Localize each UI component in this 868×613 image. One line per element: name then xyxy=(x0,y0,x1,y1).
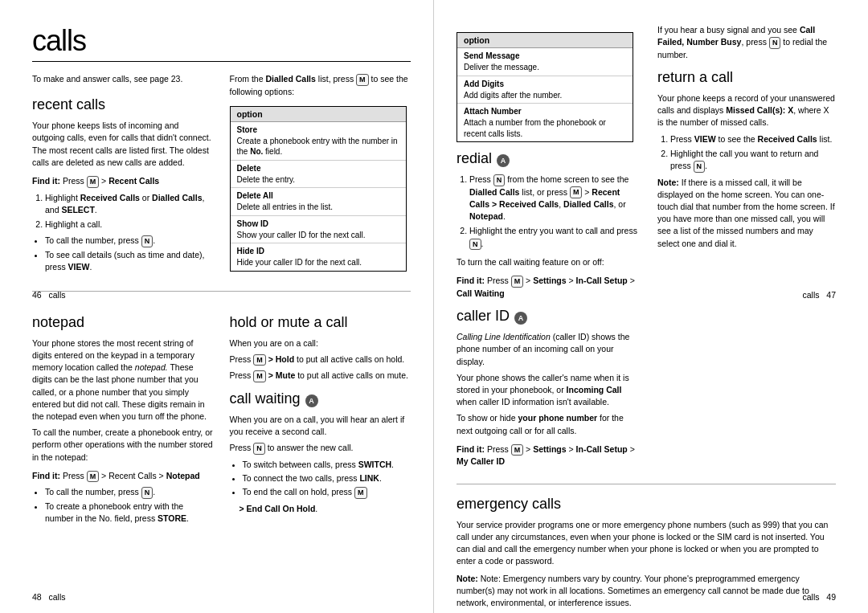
find-it-text: Press xyxy=(63,176,87,186)
busy-signal: If you hear a busy signal and you see Ca… xyxy=(657,24,836,61)
add-digits-title: Add Digits xyxy=(464,80,626,88)
notepad-bullets: To call the number, press N. To create a… xyxy=(45,486,214,525)
redial-step-1: Press N from the home screen to see the … xyxy=(469,174,641,223)
recent-calls-bullets: To call the number, press N. To see call… xyxy=(45,235,214,273)
page-number-48: 48 calls xyxy=(32,592,65,602)
recent-calls-steps: Highlight Received Calls or Dialled Call… xyxy=(45,192,214,231)
add-digits-desc: Add digits after the number. xyxy=(464,91,562,100)
option-table-right: option Send Message Deliver the message.… xyxy=(457,32,633,142)
bottom-two-col: notepad Your phone stores the most recen… xyxy=(32,303,411,529)
busy-key: N xyxy=(769,37,781,49)
page-spread: calls To make and answer calls, see page… xyxy=(0,0,868,613)
return-call-title: return a call xyxy=(657,69,836,86)
dialled-calls-col: From the Dialled Calls list, press M to … xyxy=(230,73,411,280)
option-table-right-header: option xyxy=(457,33,633,48)
store-desc: Create a phonebook entry with the number… xyxy=(237,137,398,157)
cid-italic: Calling Line Identification xyxy=(457,332,551,341)
redial-key-2: M xyxy=(570,186,583,198)
call-waiting-body: When you are on a call, you will hear an… xyxy=(230,414,411,438)
page-number-47: calls 47 xyxy=(803,290,836,300)
store-title: Store xyxy=(237,125,399,134)
option-attach-number: Attach Number Attach a number from the p… xyxy=(457,104,633,141)
option-row-show-id: Show ID Show your caller ID for the next… xyxy=(231,216,406,244)
hold-callwaiting-col: hold or mute a call When you are on a ca… xyxy=(230,303,411,529)
hold-mute-title: hold or mute a call xyxy=(230,314,411,331)
call-waiting-intro: To turn the call waiting feature on or o… xyxy=(457,256,641,268)
option-row-delete-all: Delete All Delete all entries in the lis… xyxy=(231,188,406,216)
menu-key-5: M xyxy=(253,370,266,382)
hold-item: Press M > Hold to put all active calls o… xyxy=(230,353,411,366)
caller-id-body3: To show or hide your phone number for th… xyxy=(457,412,641,436)
option-row-delete: Delete Delete the entry. xyxy=(231,161,406,189)
redial-steps: Press N from the home screen to see the … xyxy=(469,174,641,250)
option-table-left: option Store Create a phonebook entry wi… xyxy=(230,106,407,272)
hold-mute-body: When you are on a call: xyxy=(230,337,411,349)
end-call-on-hold: > End Call On Hold. xyxy=(240,503,411,515)
right-top-left: option Send Message Deliver the message.… xyxy=(457,24,641,472)
notepad-bullet-2: To create a phonebook entry with the num… xyxy=(45,501,214,525)
page-title: calls xyxy=(32,24,411,62)
option-row-store: Store Create a phonebook entry with the … xyxy=(231,122,406,161)
notepad-bullet-1: To call the number, press N. xyxy=(45,486,214,499)
left-page: calls To make and answer calls, see page… xyxy=(0,0,434,613)
delete-all-desc: Delete all entries in the list. xyxy=(237,202,334,211)
menu-key-2: M xyxy=(356,74,369,86)
return-key: N xyxy=(694,161,706,173)
cid-menu-key: M xyxy=(511,444,524,456)
end-key: M xyxy=(354,487,367,499)
notepad-body2: To call the number, create a phonebook e… xyxy=(32,427,214,464)
page-number-49: calls 49 xyxy=(803,592,836,602)
menu-key-3: M xyxy=(87,471,100,483)
call-waiting-bullets: To switch between calls, press SWITCH. T… xyxy=(243,459,411,499)
recent-calls-col: To make and answer calls, see page 23. r… xyxy=(32,73,214,280)
attach-number-desc: Attach a number from the phonebook or re… xyxy=(464,118,606,138)
caller-id-icon: A xyxy=(514,312,527,325)
attach-number-title: Attach Number xyxy=(464,107,626,116)
redial-step-2: Highlight the entry you want to call and… xyxy=(469,225,641,250)
recent-calls-title: recent calls xyxy=(32,96,214,113)
hide-id-desc: Hide your caller ID for the next call. xyxy=(237,258,362,267)
delete-all-title: Delete All xyxy=(237,191,399,200)
find-it-text2: > Recent Calls xyxy=(101,176,159,186)
recent-calls-find-it: Find it: Press M > Recent Calls xyxy=(32,175,214,188)
step-2: Highlight a call. xyxy=(45,219,214,231)
bullet-1: To call the number, press N. xyxy=(45,235,214,247)
return-call-note: Note: If there is a missed call, it will… xyxy=(657,177,836,250)
divider-left xyxy=(32,291,411,292)
return-call-body: Your phone keeps a record of your unansw… xyxy=(657,92,836,129)
caller-id-section: caller ID A xyxy=(457,308,641,331)
redial-key-1: N xyxy=(493,174,506,186)
option-send-msg: Send Message Deliver the message. xyxy=(457,48,633,76)
hide-id-title: Hide ID xyxy=(237,247,399,255)
option-row-hide-id: Hide ID Hide your caller ID for the next… xyxy=(231,243,406,271)
return-step-2: Highlight the call you want to return an… xyxy=(670,148,836,173)
find-it-label2: Find it: xyxy=(32,471,60,480)
right-top-right: If you hear a busy signal and you see Ca… xyxy=(657,24,836,472)
delete-desc: Delete the entry. xyxy=(237,175,296,184)
dialled-calls-intro: From the Dialled Calls list, press M to … xyxy=(230,73,411,98)
divider-right xyxy=(457,484,836,484)
right-top: option Send Message Deliver the message.… xyxy=(457,24,836,472)
find-it-label-cid: Find it: xyxy=(457,444,485,454)
call-waiting-icon: A xyxy=(305,394,318,407)
call-waiting-title: call waiting xyxy=(230,390,301,407)
mute-item: Press M > Mute to put all active calls o… xyxy=(230,370,411,382)
notepad-italic: notepad. xyxy=(135,362,168,372)
caller-id-title: caller ID xyxy=(457,308,510,325)
cw-menu-key: M xyxy=(511,276,524,288)
notepad-title: notepad xyxy=(32,314,214,331)
option-table-header: option xyxy=(231,107,406,122)
option-add-digits: Add Digits Add digits after the number. xyxy=(457,76,633,104)
redial-section: redial A xyxy=(457,150,641,174)
call-key-2: N xyxy=(141,487,154,499)
show-id-title: Show ID xyxy=(237,219,399,228)
notepad-body: Your phone stores the most recent string… xyxy=(32,337,214,423)
recent-calls-body: Your phone keeps lists of incoming and o… xyxy=(32,120,214,169)
call-waiting-find-it: Find it: Press M > Settings > In-Call Se… xyxy=(457,275,641,300)
caller-id-body2: Your phone shows the caller's name when … xyxy=(457,372,641,409)
top-section: calls To make and answer calls, see page… xyxy=(32,24,411,280)
emergency-body1: Your service provider programs one or mo… xyxy=(457,519,836,568)
find-it-label: Find it: xyxy=(32,176,60,186)
notepad-col: notepad Your phone stores the most recen… xyxy=(32,303,214,529)
emergency-note: Note: Note: Emergency numbers vary by co… xyxy=(457,573,836,610)
